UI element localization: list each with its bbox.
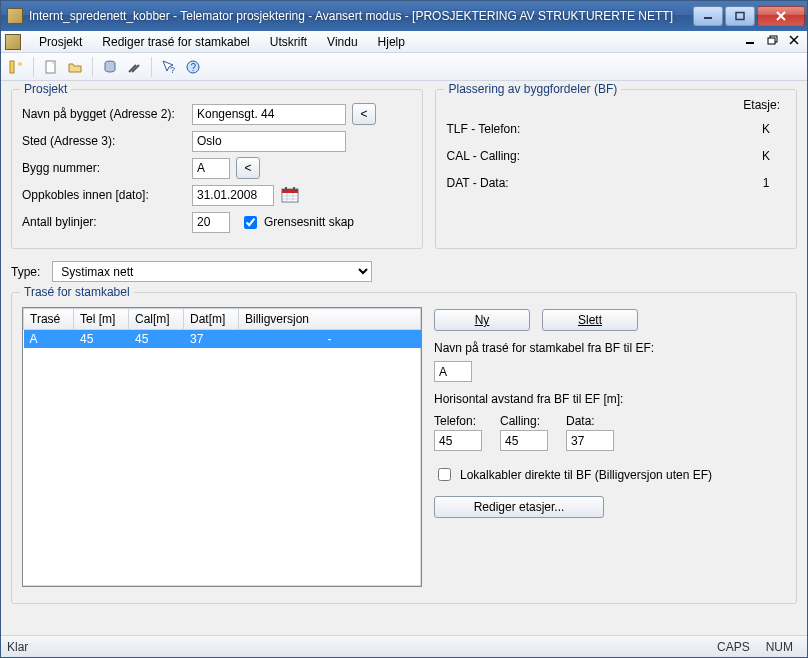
value-cal: K — [746, 149, 786, 163]
content-area: Prosjekt Navn på bygget (Adresse 2): < S… — [1, 81, 807, 635]
project-group: Prosjekt Navn på bygget (Adresse 2): < S… — [11, 89, 423, 249]
database-icon[interactable] — [101, 58, 119, 76]
menu-hjelp[interactable]: Hjelp — [370, 33, 413, 51]
bf-group: Plassering av byggfordeler (BF) Etasje: … — [435, 89, 797, 249]
table-row[interactable]: A 45 45 37 - — [24, 330, 421, 349]
tools-icon[interactable] — [125, 58, 143, 76]
label-oppkobles: Oppkobles innen [dato]: — [22, 188, 192, 202]
svg-rect-20 — [282, 189, 298, 193]
label-calling: Calling: — [500, 414, 548, 428]
input-dato[interactable] — [192, 185, 274, 206]
mdi-minimize-button[interactable] — [743, 33, 759, 47]
checkbox-grensesnitt[interactable] — [244, 216, 257, 229]
input-sted[interactable] — [192, 131, 346, 152]
trase-group-title: Trasé for stamkabel — [20, 285, 134, 299]
mdi-restore-button[interactable] — [765, 33, 781, 47]
input-byggnr[interactable] — [192, 158, 230, 179]
label-navn-trase: Navn på trasé for stamkabel fra BF til E… — [434, 341, 786, 355]
open-icon[interactable] — [66, 58, 84, 76]
toolbar-separator — [92, 57, 93, 77]
menu-rediger-trase[interactable]: Rediger trasé for stamkabel — [94, 33, 257, 51]
statusbar: Klar CAPS NUM — [1, 635, 807, 657]
input-antall[interactable] — [192, 212, 230, 233]
slett-button[interactable]: Slett — [542, 309, 638, 331]
label-dat: DAT - Data: — [446, 176, 596, 190]
col-tel[interactable]: Tel [m] — [74, 309, 129, 330]
svg-rect-1 — [736, 13, 744, 20]
input-calling[interactable] — [500, 430, 548, 451]
label-cal: CAL - Calling: — [446, 149, 596, 163]
svg-text:?: ? — [191, 62, 197, 73]
trase-group: Trasé for stamkabel Trasé Tel [m] Cal[m]… — [11, 292, 797, 604]
label-sted: Sted (Adresse 3): — [22, 134, 192, 148]
value-tlf: K — [746, 122, 786, 136]
ny-button[interactable]: Ny — [434, 309, 530, 331]
rediger-etasjer-button[interactable]: Rediger etasjer... — [434, 496, 604, 518]
input-navn[interactable] — [192, 104, 346, 125]
status-num: NUM — [758, 640, 801, 654]
label-lokalkabler: Lokalkabler direkte til BF (Billigversjo… — [460, 468, 712, 482]
svg-text:?: ? — [170, 65, 175, 75]
menu-utskrift[interactable]: Utskrift — [262, 33, 315, 51]
maximize-button[interactable] — [725, 6, 755, 26]
status-text: Klar — [7, 640, 28, 654]
col-dat[interactable]: Dat[m] — [184, 309, 239, 330]
checkbox-lokalkabler[interactable] — [438, 468, 451, 481]
new-doc-icon[interactable] — [42, 58, 60, 76]
help-icon[interactable]: ? — [184, 58, 202, 76]
label-tlf: TLF - Telefon: — [446, 122, 596, 136]
toolbar-separator — [33, 57, 34, 77]
label-antall: Antall bylinjer: — [22, 215, 192, 229]
close-button[interactable] — [757, 6, 805, 26]
titlebar[interactable]: Internt_spredenett_kobber - Telemator pr… — [1, 1, 807, 31]
cell-dat: 37 — [184, 330, 239, 349]
context-help-icon[interactable]: ? — [160, 58, 178, 76]
svg-rect-6 — [768, 38, 775, 44]
label-grensesnitt: Grensesnitt skap — [264, 215, 354, 229]
navn-back-button[interactable]: < — [352, 103, 376, 125]
app-icon — [7, 8, 23, 24]
menubar-app-icon — [5, 34, 21, 50]
label-type: Type: — [11, 265, 40, 279]
select-type[interactable]: Systimax nett — [52, 261, 372, 282]
label-telefon: Telefon: — [434, 414, 482, 428]
label-avstand: Horisontal avstand fra BF til EF [m]: — [434, 392, 786, 406]
project-group-title: Prosjekt — [20, 82, 71, 96]
menubar: Prosjekt Rediger trasé for stamkabel Uts… — [1, 31, 807, 53]
col-cal[interactable]: Cal[m] — [129, 309, 184, 330]
calendar-icon[interactable] — [280, 185, 300, 205]
cell-billig: - — [239, 330, 421, 349]
svg-rect-9 — [10, 61, 14, 73]
value-dat: 1 — [746, 176, 786, 190]
toolbar-separator — [151, 57, 152, 77]
bf-group-title: Plassering av byggfordeler (BF) — [444, 82, 621, 96]
cell-tel: 45 — [74, 330, 129, 349]
svg-point-10 — [18, 62, 22, 66]
input-navn-trase[interactable] — [434, 361, 472, 382]
byggnr-back-button[interactable]: < — [236, 157, 260, 179]
input-telefon[interactable] — [434, 430, 482, 451]
cell-trase: A — [24, 330, 74, 349]
trase-table[interactable]: Trasé Tel [m] Cal[m] Dat[m] Billigversjo… — [22, 307, 422, 587]
trase-side-panel: Ny Slett Navn på trasé for stamkabel fra… — [434, 307, 786, 593]
window-title: Internt_spredenett_kobber - Telemator pr… — [29, 9, 693, 23]
label-byggnr: Bygg nummer: — [22, 161, 192, 175]
table-header-row: Trasé Tel [m] Cal[m] Dat[m] Billigversjo… — [24, 309, 421, 330]
input-data[interactable] — [566, 430, 614, 451]
cell-cal: 45 — [129, 330, 184, 349]
minimize-button[interactable] — [693, 6, 723, 26]
col-trase[interactable]: Trasé — [24, 309, 74, 330]
status-caps: CAPS — [709, 640, 758, 654]
app-window: Internt_spredenett_kobber - Telemator pr… — [0, 0, 808, 658]
label-navn: Navn på bygget (Adresse 2): — [22, 107, 192, 121]
col-billig[interactable]: Billigversjon — [239, 309, 421, 330]
mdi-close-button[interactable] — [787, 33, 803, 47]
menu-prosjekt[interactable]: Prosjekt — [31, 33, 90, 51]
menu-vindu[interactable]: Vindu — [319, 33, 365, 51]
toolbar: ? ? — [1, 53, 807, 81]
label-data: Data: — [566, 414, 614, 428]
label-etasje: Etasje: — [726, 98, 786, 112]
wizard-icon[interactable] — [7, 58, 25, 76]
